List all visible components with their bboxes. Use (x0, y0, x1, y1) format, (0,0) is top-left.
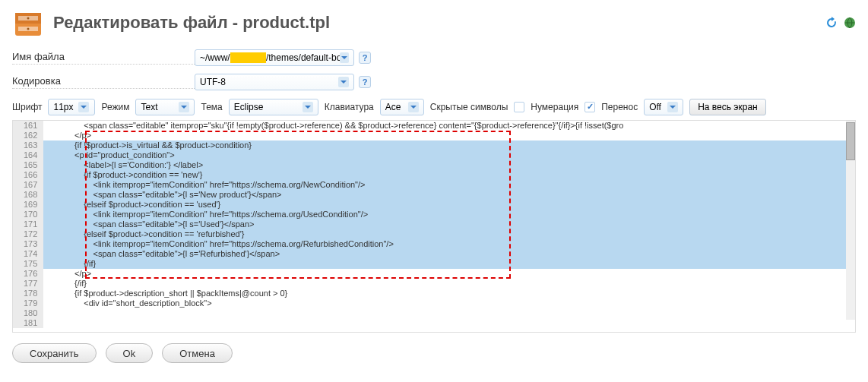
theme-value: Eclipse (234, 102, 298, 112)
line-number: 164 (24, 150, 37, 160)
line-number: 178 (24, 289, 37, 298)
code-line[interactable]: <p id="product_condition"> (43, 150, 856, 160)
filename-suffix: /themes/default-boots (266, 52, 340, 63)
code-line[interactable]: <span class="editable">{l s='New product… (43, 190, 856, 200)
code-line[interactable]: </p> (43, 269, 856, 279)
code-line[interactable]: {elseif $product->condition == 'used'} (43, 200, 856, 210)
fullscreen-button[interactable]: На весь экран (689, 99, 766, 115)
code-line[interactable]: <div id="short_description_block"> (43, 298, 856, 308)
line-number: 177 (24, 279, 37, 289)
code-editor[interactable]: 1611621631641651661671681691701711721731… (12, 120, 856, 333)
line-number: 170 (24, 210, 37, 219)
save-button[interactable]: Сохранить (12, 343, 97, 363)
code-line[interactable]: <span class="editable" itemprop="sku"{if… (43, 121, 856, 131)
font-select[interactable]: 11px (48, 99, 95, 115)
theme-select[interactable]: Eclipse (229, 99, 318, 115)
code-line[interactable]: {/if} (43, 259, 856, 269)
line-number: 180 (24, 308, 37, 318)
keyboard-label: Клавиатура (325, 102, 374, 112)
chevron-down-icon[interactable] (78, 102, 89, 112)
page-title: Редактировать файл - product.tpl (53, 13, 330, 33)
ok-button[interactable]: Ok (106, 343, 154, 363)
line-number: 181 (24, 318, 37, 328)
line-number: 161 (24, 121, 37, 131)
svg-point-4 (27, 17, 30, 20)
svg-point-5 (27, 28, 30, 30)
line-number: 175 (24, 259, 37, 269)
globe-icon[interactable] (844, 17, 856, 29)
filename-input[interactable]: ~/www//themes/default-boots (195, 49, 354, 66)
code-line[interactable]: {elseif $product->condition == 'refurbis… (43, 229, 856, 239)
keyboard-select[interactable]: Ace (380, 99, 424, 115)
mode-label: Режим (101, 102, 129, 112)
theme-label: Тема (201, 102, 222, 112)
app-icon (12, 7, 44, 39)
filename-prefix: ~/www/ (200, 52, 230, 63)
numbering-label: Нумерация (531, 102, 578, 112)
code-line[interactable]: <label>{l s='Condition:'} </label> (43, 160, 856, 170)
line-number: 171 (24, 219, 37, 229)
hidden-chars-checkbox[interactable] (514, 102, 524, 112)
encoding-label: Кодировка (12, 75, 195, 89)
wrap-value: Off (649, 102, 663, 112)
scrollbar-thumb[interactable] (846, 122, 855, 160)
line-number: 179 (24, 298, 37, 308)
line-number: 174 (24, 249, 37, 259)
code-line[interactable]: </p> (43, 131, 856, 140)
mode-value: Text (141, 102, 174, 112)
line-number: 166 (24, 170, 37, 180)
encoding-select[interactable]: UTF-8 (195, 74, 354, 90)
code-line[interactable]: <link itemprop="itemCondition" href="htt… (43, 180, 856, 190)
cancel-button[interactable]: Отмена (162, 343, 233, 363)
encoding-value: UTF-8 (200, 77, 338, 87)
wrap-select[interactable]: Off (644, 99, 683, 115)
numbering-checkbox[interactable] (584, 102, 595, 112)
mode-select[interactable]: Text (135, 99, 195, 115)
filename-masked (230, 52, 266, 63)
code-line[interactable]: <link itemprop="itemCondition" href="htt… (43, 239, 856, 249)
line-number: 168 (24, 190, 37, 200)
chevron-down-icon[interactable] (667, 102, 678, 112)
code-line[interactable]: {if !$product->is_virtual && $product->c… (43, 140, 856, 150)
code-line[interactable]: <span class="editable">{l s='Refurbished… (43, 249, 856, 259)
font-label: Шрифт (12, 102, 42, 112)
line-number: 169 (24, 200, 37, 210)
vertical-scrollbar[interactable] (846, 121, 855, 320)
chevron-down-icon[interactable] (408, 102, 419, 112)
line-number: 173 (24, 239, 37, 249)
code-line[interactable]: {/if} (43, 279, 856, 289)
code-line[interactable]: <span class="editable">{l s='Used'}</spa… (43, 219, 856, 229)
line-number: 165 (24, 160, 37, 170)
line-number: 162 (24, 131, 37, 140)
filename-label: Имя файла (12, 51, 195, 65)
keyboard-value: Ace (385, 102, 404, 112)
encoding-dropdown-icon[interactable] (338, 77, 349, 87)
code-line[interactable]: {if $product->description_short || $pack… (43, 289, 856, 298)
font-value: 11px (53, 102, 73, 112)
line-gutter: 1611621631641651661671681691701711721731… (13, 121, 43, 328)
refresh-icon[interactable] (825, 17, 838, 29)
code-line[interactable]: <link itemprop="itemCondition" href="htt… (43, 210, 856, 219)
hidden-chars-label: Скрытые символы (430, 102, 508, 112)
code-line[interactable] (43, 308, 856, 318)
line-number: 163 (24, 140, 37, 150)
chevron-down-icon[interactable] (179, 102, 189, 112)
line-number: 167 (24, 180, 37, 190)
wrap-label: Перенос (601, 102, 638, 112)
code-line[interactable]: {if $product->condition == 'new'} (43, 170, 856, 180)
encoding-help-button[interactable]: ? (359, 76, 371, 88)
line-number: 176 (24, 269, 37, 279)
chevron-down-icon[interactable] (303, 102, 313, 112)
filename-help-button[interactable]: ? (359, 52, 371, 64)
filename-dropdown-icon[interactable] (340, 52, 349, 63)
code-line[interactable] (43, 318, 856, 328)
code-area[interactable]: <span class="editable" itemprop="sku"{if… (43, 121, 856, 328)
line-number: 172 (24, 229, 37, 239)
